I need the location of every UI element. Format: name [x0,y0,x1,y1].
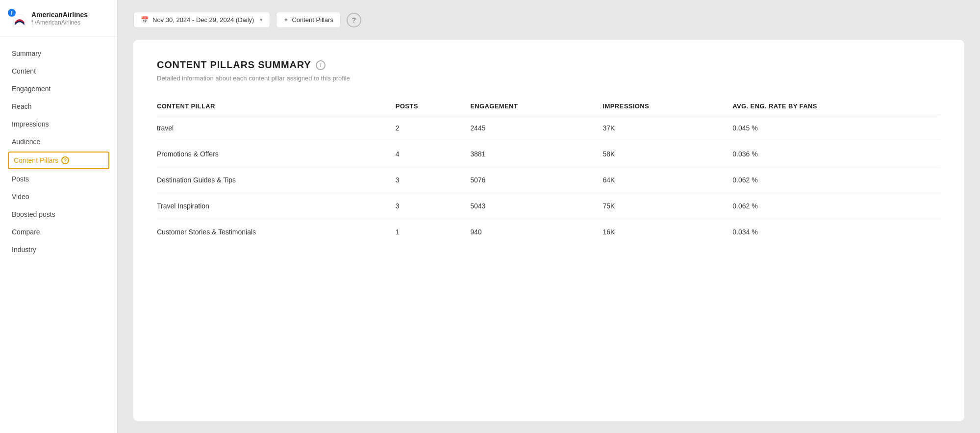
cell-r4-c4: 0.034 % [723,219,941,245]
sidebar-item-label: Engagement [12,85,50,93]
sidebar-item-label: Content [12,67,36,75]
content-pillars-label: Content Pillars [292,16,333,24]
sidebar-item-summary[interactable]: Summary [0,45,117,62]
sidebar-item-compare[interactable]: Compare [0,223,117,241]
sidebar-item-impressions[interactable]: Impressions [0,115,117,133]
content-card: CONTENT PILLARS SUMMARY i Detailed infor… [133,40,964,421]
topbar: 📅 Nov 30, 2024 - Dec 29, 2024 (Daily) ▾ … [133,12,964,28]
cell-r0-c4: 0.045 % [723,115,941,141]
content-pillars-button[interactable]: ✦ Content Pillars [276,12,341,28]
sidebar-item-video[interactable]: Video [0,188,117,205]
cell-r3-c3: 75K [593,193,723,219]
brand-name: AmericanAirlines [31,10,88,19]
table-row: Travel Inspiration3504375K0.062 % [157,193,941,219]
table-body: travel2244537K0.045 %Promotions & Offers… [157,115,941,245]
facebook-badge: f [8,9,16,17]
cell-r4-c3: 16K [593,219,723,245]
sidebar-item-label: Content Pillars [14,156,58,164]
content-pillars-table: CONTENT PILLARPOSTSENGAGEMENTIMPRESSIONS… [157,98,941,245]
cell-r2-c1: 3 [386,167,460,193]
cell-r3-c4: 0.062 % [723,193,941,219]
main-area: 📅 Nov 30, 2024 - Dec 29, 2024 (Daily) ▾ … [118,0,980,433]
table-row: travel2244537K0.045 % [157,115,941,141]
cell-r3-c1: 3 [386,193,460,219]
sidebar-nav: SummaryContentEngagementReachImpressions… [0,37,117,433]
help-icon: ? [61,156,69,164]
sidebar-item-label: Industry [12,246,36,254]
sidebar-item-label: Posts [12,175,29,183]
cell-r4-c1: 1 [386,219,460,245]
calendar-icon: 📅 [141,16,149,24]
brand-logo: f [8,9,26,27]
cell-r0-c0: travel [157,115,386,141]
cell-r4-c0: Customer Stories & Testimonials [157,219,386,245]
sidebar-item-content-pillars[interactable]: Content Pillars? [8,152,109,169]
sidebar-item-engagement[interactable]: Engagement [0,80,117,98]
help-button[interactable]: ? [347,13,361,27]
sidebar-item-label: Impressions [12,120,49,128]
table-row: Promotions & Offers4388158K0.036 % [157,141,941,167]
cell-r2-c4: 0.062 % [723,167,941,193]
sidebar-header: f AmericanAirlines f /AmericanAirlines [0,0,117,37]
cell-r1-c3: 58K [593,141,723,167]
cell-r2-c3: 64K [593,167,723,193]
cell-r1-c1: 4 [386,141,460,167]
col-header-3: IMPRESSIONS [593,98,723,115]
sidebar-item-label: Boosted posts [12,210,55,218]
cell-r3-c0: Travel Inspiration [157,193,386,219]
section-subtitle: Detailed information about each content … [157,75,941,82]
cell-r1-c0: Promotions & Offers [157,141,386,167]
sidebar-item-label: Summary [12,50,41,57]
cell-r2-c0: Destination Guides & Tips [157,167,386,193]
aa-logo-icon [13,14,26,27]
col-header-0: CONTENT PILLAR [157,98,386,115]
brand-info: AmericanAirlines f /AmericanAirlines [31,10,88,26]
sidebar: f AmericanAirlines f /AmericanAirlines S… [0,0,118,433]
cell-r0-c3: 37K [593,115,723,141]
date-range-label: Nov 30, 2024 - Dec 29, 2024 (Daily) [152,16,254,24]
cell-r3-c2: 5043 [460,193,593,219]
table-header: CONTENT PILLARPOSTSENGAGEMENTIMPRESSIONS… [157,98,941,115]
sidebar-item-posts[interactable]: Posts [0,170,117,188]
brand-handle: f /AmericanAirlines [31,19,88,26]
sidebar-item-label: Audience [12,138,40,146]
col-header-1: POSTS [386,98,460,115]
section-title: CONTENT PILLARS SUMMARY i [157,59,941,71]
cell-r2-c2: 5076 [460,167,593,193]
sidebar-item-audience[interactable]: Audience [0,133,117,151]
header-row: CONTENT PILLARPOSTSENGAGEMENTIMPRESSIONS… [157,98,941,115]
col-header-4: AVG. ENG. RATE BY FANS [723,98,941,115]
sidebar-item-reach[interactable]: Reach [0,98,117,115]
sparkle-icon: ✦ [283,16,289,24]
date-range-picker[interactable]: 📅 Nov 30, 2024 - Dec 29, 2024 (Daily) ▾ [133,12,270,28]
col-header-2: ENGAGEMENT [460,98,593,115]
sidebar-item-content[interactable]: Content [0,62,117,80]
sidebar-item-industry[interactable]: Industry [0,241,117,258]
sidebar-item-label: Video [12,193,29,201]
cell-r0-c2: 2445 [460,115,593,141]
sidebar-item-label: Reach [12,102,31,110]
app-wrapper: f AmericanAirlines f /AmericanAirlines S… [0,0,980,433]
table-row: Customer Stories & Testimonials194016K0.… [157,219,941,245]
sidebar-item-boosted-posts[interactable]: Boosted posts [0,205,117,223]
cell-r1-c4: 0.036 % [723,141,941,167]
sidebar-item-label: Compare [12,228,40,236]
info-icon[interactable]: i [316,60,326,70]
table-row: Destination Guides & Tips3507664K0.062 % [157,167,941,193]
chevron-down-icon: ▾ [260,17,263,23]
cell-r1-c2: 3881 [460,141,593,167]
cell-r4-c2: 940 [460,219,593,245]
cell-r0-c1: 2 [386,115,460,141]
